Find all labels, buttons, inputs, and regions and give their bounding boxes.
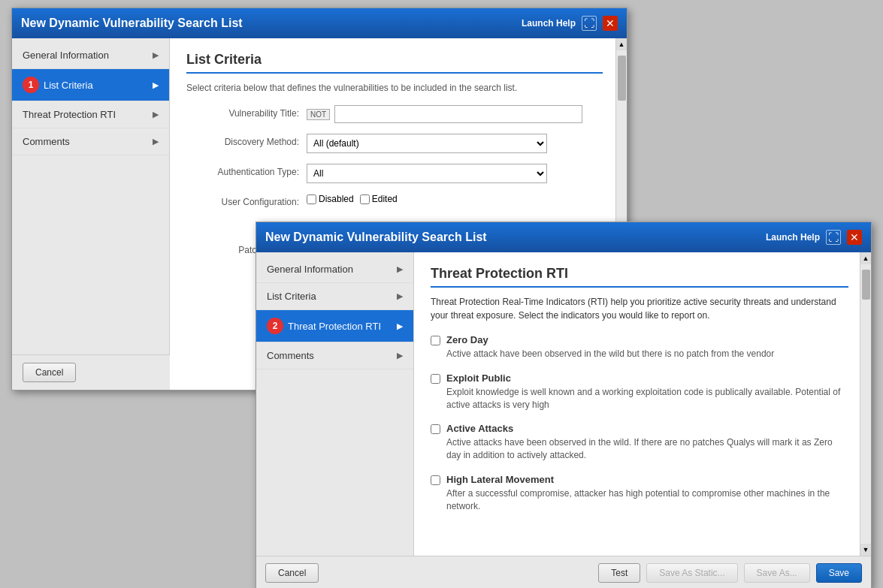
chevron-icon: ▶ — [397, 291, 403, 301]
list-criteria-badge: 1 — [23, 77, 39, 93]
dialog2-save-as-static-btn: Save As Static... — [646, 563, 737, 583]
sidebar-item-comments[interactable]: Comments ▶ — [12, 128, 169, 155]
rti-scroll-up-btn[interactable]: ▲ — [860, 252, 871, 264]
user-configuration-row: User Configuration: Disabled Edited — [186, 194, 603, 207]
exploit-public-checkbox[interactable] — [431, 374, 440, 384]
sidebar-item-list-criteria[interactable]: 1 List Criteria ▶ — [12, 69, 169, 101]
dialog2-cancel-btn[interactable]: Cancel — [265, 563, 319, 583]
chevron-icon: ▶ — [397, 264, 403, 274]
scroll-up-btn[interactable]: ▲ — [616, 38, 627, 50]
dialog1-launch-help[interactable]: Launch Help — [522, 18, 576, 29]
vulnerability-title-row: Vulnerability Title: NOT — [186, 105, 603, 123]
dialog2-test-btn[interactable]: Test — [598, 563, 640, 583]
chevron-icon: ▶ — [153, 110, 159, 119]
dialog2-save-btn[interactable]: Save — [816, 563, 862, 583]
discovery-method-select[interactable]: All (default) Remote Authenticated — [307, 134, 547, 153]
disabled-checkbox-label[interactable]: Disabled — [307, 194, 354, 204]
rti-scroll-down-btn[interactable]: ▼ — [860, 544, 871, 556]
chevron-icon: ▶ — [153, 80, 159, 90]
not-button[interactable]: NOT — [307, 109, 330, 120]
rti-section-title: Threat Protection RTI — [431, 266, 848, 288]
active-attacks-desc: Active attacks have been observed in the… — [446, 436, 848, 462]
dialog2-save-as-btn: Save As... — [744, 563, 810, 583]
threat-protection-badge: 2 — [267, 318, 283, 334]
rti-item-active-attacks: Active Attacks Active attacks have been … — [431, 423, 848, 462]
section-desc: Select criteria below that defines the v… — [186, 83, 603, 93]
authentication-type-select[interactable]: All Windows Unix — [307, 164, 547, 183]
chevron-icon: ▶ — [153, 137, 159, 146]
rti-item-exploit-public: Exploit Public Exploit knowledge is well… — [431, 372, 848, 412]
dialog2-restore-btn[interactable]: ⛶ — [826, 230, 841, 245]
rti-scroll-thumb — [862, 270, 870, 300]
dialog2-sidebar-item-threat-protection-rti[interactable]: 2 Threat Protection RTI ▶ — [256, 310, 413, 342]
section-title: List Criteria — [186, 52, 603, 74]
high-lateral-movement-checkbox[interactable] — [431, 475, 440, 485]
scroll-thumb — [618, 56, 626, 101]
dialog2-sidebar-item-comments[interactable]: Comments ▶ — [256, 342, 413, 369]
dialog2-close-btn[interactable]: ✕ — [847, 230, 862, 245]
dialog-2: New Dynamic Vulnerability Search List La… — [256, 222, 872, 588]
sidebar-item-threat-protection-rti[interactable]: Threat Protection RTI ▶ — [12, 101, 169, 128]
disabled-checkbox[interactable] — [307, 194, 316, 204]
dialog1-restore-btn[interactable]: ⛶ — [582, 16, 597, 31]
chevron-icon: ▶ — [153, 50, 159, 60]
sidebar-item-general-information[interactable]: General Information ▶ — [12, 42, 169, 69]
zero-day-desc: Active attack have been observed in the … — [446, 348, 774, 360]
rti-item-zero-day: Zero Day Active attack have been observe… — [431, 334, 848, 360]
authentication-type-label: Authentication Type: — [186, 164, 307, 177]
edited-checkbox-label[interactable]: Edited — [360, 194, 398, 204]
dialog2-title: New Dynamic Vulnerability Search List — [265, 231, 487, 244]
rti-item-high-lateral-movement: High Lateral Movement After a successful… — [431, 474, 848, 513]
dialog2-sidebar: General Information ▶ List Criteria ▶ 2 … — [256, 252, 414, 556]
vulnerability-title-input[interactable] — [334, 105, 582, 123]
chevron-icon: ▶ — [397, 321, 403, 331]
dialog2-title-bar: New Dynamic Vulnerability Search List La… — [256, 222, 871, 252]
high-lateral-movement-desc: After a successful compromise, attacker … — [446, 487, 848, 513]
vulnerability-title-label: Vulnerability Title: — [186, 105, 307, 119]
discovery-method-row: Discovery Method: All (default) Remote A… — [186, 134, 603, 153]
exploit-public-desc: Exploit knowledge is well known and a wo… — [446, 386, 848, 412]
discovery-method-label: Discovery Method: — [186, 134, 307, 147]
active-attacks-title: Active Attacks — [446, 423, 848, 434]
high-lateral-movement-title: High Lateral Movement — [446, 474, 848, 485]
exploit-public-title: Exploit Public — [446, 372, 848, 384]
zero-day-title: Zero Day — [446, 334, 774, 345]
chevron-icon: ▶ — [397, 351, 403, 360]
dialog1-title-bar: New Dynamic Vulnerability Search List La… — [12, 8, 627, 38]
dialog2-sidebar-item-list-criteria[interactable]: List Criteria ▶ — [256, 283, 413, 310]
rti-desc: Threat Protection Real-Time Indicators (… — [431, 295, 848, 322]
dialog1-title: New Dynamic Vulnerability Search List — [21, 17, 243, 30]
user-configuration-label: User Configuration: — [186, 194, 307, 207]
dialog2-launch-help[interactable]: Launch Help — [766, 232, 820, 243]
zero-day-checkbox[interactable] — [431, 336, 440, 345]
edited-checkbox[interactable] — [360, 194, 370, 204]
dialog1-sidebar: General Information ▶ 1 List Criteria ▶ … — [12, 38, 170, 390]
authentication-type-row: Authentication Type: All Windows Unix — [186, 164, 603, 183]
dialog1-close-btn[interactable]: ✕ — [603, 16, 618, 31]
dialog2-sidebar-item-general-information[interactable]: General Information ▶ — [256, 256, 413, 283]
dialog1-cancel-btn[interactable]: Cancel — [23, 363, 76, 382]
active-attacks-checkbox[interactable] — [431, 424, 440, 434]
